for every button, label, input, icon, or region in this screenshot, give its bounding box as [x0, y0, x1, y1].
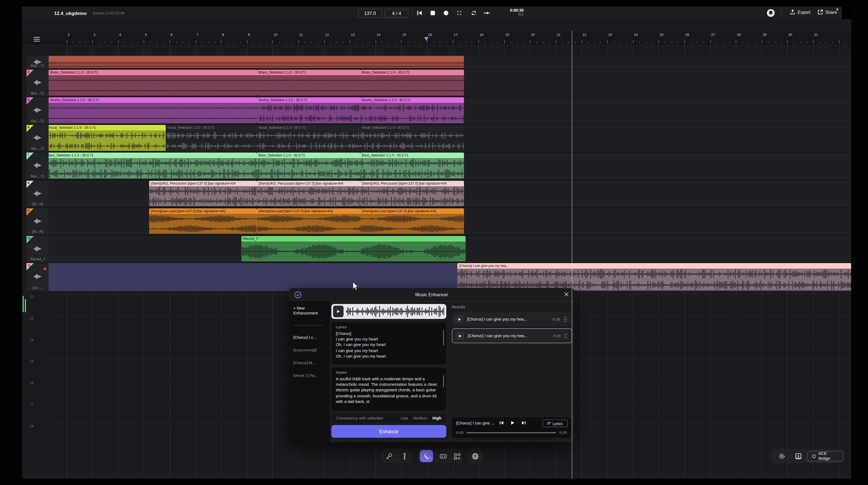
track-lane[interactable]: Record_7 — [49, 236, 851, 263]
ace-bridge-button[interactable]: ACE Bridge — [807, 451, 844, 461]
enhancement-item[interactable]: [Instrumental] — [293, 348, 328, 352]
track-header-Bas....71[interactable]: 7Bas....71 — [22, 152, 49, 180]
clip[interactable]: Vocal_Selection 1.1.0 - 30.3.71 — [166, 125, 257, 151]
result-play-button[interactable] — [455, 315, 463, 323]
track-lane[interactable] — [49, 56, 851, 69]
tutorial-icon[interactable] — [795, 452, 802, 460]
consistency-option-low[interactable]: Low — [401, 416, 408, 420]
scrollbar-thumb[interactable] — [443, 330, 444, 345]
drag-handle-icon[interactable] — [564, 333, 568, 339]
bell-icon[interactable] — [767, 9, 775, 17]
instrument-icon[interactable] — [401, 452, 408, 460]
clip[interactable]: Bass_Selection 1.1.0 - 30.3.71 — [45, 152, 257, 178]
track-lane[interactable]: Bass_Selection 1.1.0 - 30.3.71 Bass_Sele… — [49, 152, 851, 180]
clip[interactable]: Bass_Selection 1.1.0 - 30.3.71 — [257, 152, 360, 178]
next-button[interactable] — [521, 421, 526, 425]
styles-text[interactable]: A soulful R&B track with a moderate temp… — [336, 376, 439, 405]
loop-marker[interactable] — [424, 37, 428, 41]
timeline-ruler[interactable]: 2345678910111213141516171819202122232425… — [22, 31, 851, 44]
consistency-option-high[interactable]: High — [432, 416, 441, 420]
clip[interactable]: [Stem]UKG, Percussion [bpm=137.0] [bar s… — [257, 181, 360, 206]
enhancement-item[interactable]: [Chorus] M… — [293, 361, 328, 365]
clip[interactable]: Brass_Selection 1.1.0 - 30.3.71 — [49, 69, 257, 96]
clip[interactable]: [Stem]UKG, Percussion [bpm=137.0] [bar s… — [149, 181, 257, 206]
track-lane[interactable]: Drums_Selection 1.1.0 - 30.3.71 Drums_Se… — [49, 97, 851, 125]
settings-icon[interactable] — [778, 452, 785, 460]
track-header-Bac....71[interactable]: Bac....71 — [22, 56, 49, 69]
close-icon[interactable] — [564, 292, 569, 297]
track-header-box[interactable]: 10Record_7 — [27, 236, 49, 262]
clip[interactable]: Brass_Selection 1.1.0 - 30.3.71 — [360, 69, 464, 96]
enhance-button[interactable]: Enhance — [332, 425, 446, 438]
previous-button[interactable] — [499, 421, 504, 425]
track-header-Dru....71[interactable]: 5Dru....71 — [22, 97, 49, 124]
clip[interactable]: Drums_Selection 1.1.0 - 30.3.71 — [49, 97, 257, 123]
bpm-box[interactable]: 137.0 — [358, 9, 382, 18]
result-item[interactable]: [Chorus] I can give you my hea... 0:29 — [452, 328, 572, 343]
globe-icon[interactable] — [472, 452, 479, 460]
plugins-icon[interactable] — [454, 452, 461, 460]
track-header-box[interactable]: 11[Ch..... — [27, 263, 49, 291]
track-header-[St.../4][interactable]: 9[St.../4] — [22, 208, 49, 235]
stop-icon[interactable] — [430, 10, 436, 16]
follow-icon[interactable] — [484, 10, 490, 16]
clip[interactable]: Vocal_Selection 1.1.0 - 30.3.71 — [257, 125, 360, 151]
track-lane[interactable]: [Chorus] I can give you my hea... — [49, 263, 851, 292]
track-lane[interactable]: Vocal_Selection 1.1.0 - 30.3.71 Vocal_Se… — [49, 125, 851, 152]
share-button[interactable]: Share — [817, 9, 837, 15]
preview-play-button[interactable] — [333, 306, 344, 317]
clip[interactable]: Brass_Selection 1.1.0 - 30.3.71 — [257, 69, 360, 96]
music-enhancer-button[interactable] — [420, 450, 433, 462]
enhancement-item[interactable]: [Verse 1] Pa… — [293, 374, 328, 377]
play-button[interactable] — [510, 421, 515, 425]
clip[interactable]: [Stem]piano pad [bpm=137.0] [bar signatu… — [360, 208, 464, 234]
track-lane[interactable]: [Stem]UKG, Percussion [bpm=137.0] [bar s… — [49, 181, 851, 208]
track-header-box[interactable]: 7Bas....71 — [27, 152, 49, 179]
enhancement-item[interactable]: [Chorus] I c… — [293, 336, 328, 339]
clip[interactable]: [Stem]UKG, Percussion [bpm=137.0] [bar s… — [360, 181, 464, 206]
track-header-box[interactable]: 5Dru....71 — [27, 97, 49, 124]
record-icon[interactable] — [443, 10, 449, 16]
time-signature-box[interactable]: 4 / 4 — [384, 9, 409, 18]
track-header-box[interactable]: 4Bra....71 — [27, 69, 49, 96]
menu-icon[interactable] — [33, 36, 40, 42]
clip[interactable] — [49, 56, 464, 68]
track-header-box[interactable]: 8[St.../4] — [27, 181, 49, 207]
track-lane[interactable]: Brass_Selection 1.1.0 - 30.3.71 Brass_Se… — [49, 69, 851, 97]
track-lane[interactable]: [Stem]piano pad [bpm=137.0] [bar signatu… — [49, 208, 851, 235]
clip[interactable]: Bass_Selection 1.1.0 - 30.3.71 — [360, 152, 464, 178]
track-header-Voc....71[interactable]: 6Voc....71 — [22, 125, 49, 152]
clip[interactable]: [Stem]piano pad [bpm=137.0] [bar signatu… — [257, 208, 360, 234]
loop-icon[interactable] — [471, 10, 477, 16]
new-enhancement-button[interactable]: + New Enhancement — [293, 306, 327, 316]
skip-back-icon[interactable] — [416, 10, 423, 16]
sampler-icon[interactable] — [440, 452, 447, 460]
clip[interactable]: Drums_Selection 1.1.0 - 30.3.71 — [257, 97, 360, 123]
metronome-icon[interactable] — [456, 10, 462, 16]
track-header-box[interactable]: 6Voc....71 — [27, 125, 49, 151]
drag-handle-icon[interactable] — [563, 316, 567, 322]
lyrics-toggle-button[interactable]: Lyrics — [542, 420, 568, 427]
track-header-Bra....71[interactable]: 4Bra....71 — [22, 69, 49, 97]
clip[interactable]: Drums_Selection 1.1.0 - 30.3.71 — [360, 97, 464, 123]
result-item[interactable]: [Chorus] I can give you my hea... 0:28 — [452, 312, 571, 326]
result-play-button[interactable] — [456, 332, 464, 340]
project-title[interactable]: 12.4_ukgdemo — [54, 10, 87, 16]
styles-panel[interactable]: Styles A soulful R&B track with a modera… — [332, 368, 446, 411]
scrollbar-thumb[interactable] — [443, 375, 444, 388]
track-header-box[interactable]: 9[St.../4] — [27, 208, 49, 234]
clip[interactable]: Vocal_Selection 1.1.0 - 30.3.71 — [47, 125, 166, 151]
clip[interactable]: Vocal_Selection 1.1.0 - 30.3.71 — [360, 125, 464, 151]
clip[interactable]: [Chorus] I can give you my hea... — [457, 263, 851, 290]
progress-bar[interactable] — [467, 432, 556, 433]
track-header-[St.../4][interactable]: 8[St.../4] — [22, 181, 49, 207]
lyrics-panel[interactable]: Lyrics [Chorus]I can give you my heartOh… — [332, 322, 446, 364]
mic-icon[interactable] — [385, 452, 393, 460]
track-header-box[interactable]: Bac....71 — [27, 56, 49, 68]
consistency-option-medium[interactable]: Medium — [413, 416, 428, 420]
clip[interactable]: [Stem]piano pad [bpm=137.0] [bar signatu… — [149, 208, 257, 234]
lyrics-text[interactable]: [Chorus]I can give you my heartOh, I can… — [336, 331, 439, 359]
track-header-Record_7[interactable]: 10Record_7 — [22, 236, 49, 262]
playhead[interactable] — [572, 31, 572, 479]
clip[interactable]: Record_7 — [241, 236, 466, 261]
